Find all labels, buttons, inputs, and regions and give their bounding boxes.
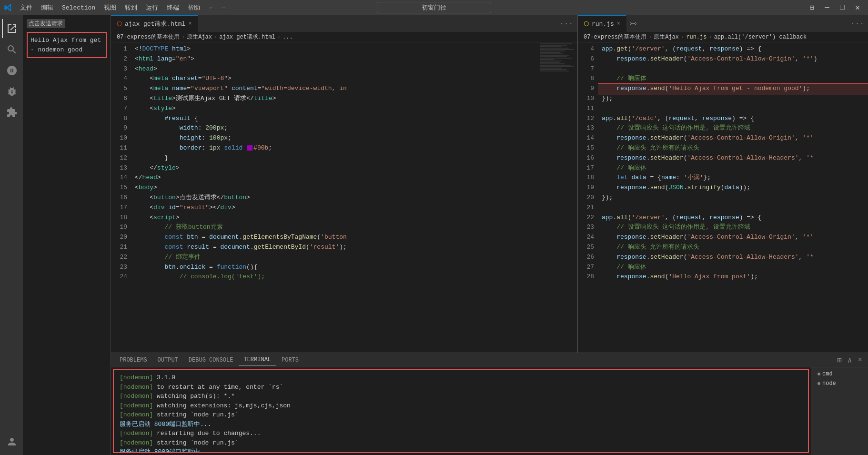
left-tabs: ⬡ ajax get请求.html × ··· xyxy=(111,15,577,32)
code-line: // 获取button元素 xyxy=(131,222,539,233)
panel-split-icon[interactable]: ⊞ xyxy=(835,354,844,366)
close-tab-ajax[interactable]: × xyxy=(188,20,192,27)
close-tab-run[interactable]: × xyxy=(617,20,620,27)
code-line xyxy=(598,203,868,213)
code-line: // 绑定事件 xyxy=(131,253,539,263)
terminal-panel: PROBLEMS OUTPUT DEBUG CONSOLE TERMINAL P… xyxy=(111,353,868,455)
terminal-line: [nodemon] starting `node run.js` xyxy=(120,438,802,448)
menu-help[interactable]: 帮助 xyxy=(184,1,204,14)
activity-explorer-icon[interactable] xyxy=(2,19,21,38)
panel-tab-ports[interactable]: PORTS xyxy=(277,355,303,365)
terminal-item-node[interactable]: node xyxy=(815,379,864,388)
terminal-line: 服务已启动 8000端口监听中... xyxy=(120,447,802,453)
code-line: response.send('Hello Ajax from post'); xyxy=(598,272,868,282)
close-button[interactable]: ✕ xyxy=(851,2,864,13)
tab-run-js[interactable]: ⬡ run.js × xyxy=(578,15,626,32)
terminal-item-cmd[interactable]: cmd xyxy=(815,369,864,379)
vscode-icon xyxy=(4,3,12,12)
terminal-dot-icon xyxy=(818,373,820,375)
menu-terminal[interactable]: 终端 xyxy=(163,1,183,14)
minimize-button[interactable]: — xyxy=(820,2,834,13)
code-line: app.all('/server', (request, response) =… xyxy=(598,213,868,223)
panel-content: [nodemon] 3.1.0 [nodemon] to restart at … xyxy=(111,367,868,455)
code-line: // 设置响应头 这句话的作用是, 设置允许跨域 xyxy=(598,123,868,133)
left-code-content[interactable]: 12345 678910 1112131415 1617181920 21222… xyxy=(111,42,577,353)
menu-edit[interactable]: 编辑 xyxy=(37,1,57,14)
activity-search-icon[interactable] xyxy=(2,40,21,59)
code-line: let data = {name: '小满'}; xyxy=(598,173,868,183)
code-line: <body> xyxy=(131,183,539,193)
terminal-output[interactable]: [nodemon] 3.1.0 [nodemon] to restart at … xyxy=(113,369,809,453)
code-editors: ⬡ ajax get请求.html × ··· 07-express的基本使用 … xyxy=(111,15,868,353)
code-line: border: 1px solid #90b; xyxy=(131,143,539,153)
code-line: // 响应体 xyxy=(598,163,868,173)
search-bar[interactable]: 初窗门径 xyxy=(377,2,491,13)
terminal-line: [nodemon] to restart at any time, enter … xyxy=(120,383,802,392)
code-line: <meta charset="UTF-8"> xyxy=(131,74,539,84)
terminal-line: [nodemon] starting `node run.js` xyxy=(120,410,802,420)
menu-file[interactable]: 文件 xyxy=(16,1,36,14)
code-line: app.all('/calc', (request, response) => … xyxy=(598,114,868,124)
code-line: <head> xyxy=(131,64,539,74)
tab-icon-js: ⬡ xyxy=(584,20,589,28)
code-line: } xyxy=(131,153,539,163)
preview-panel: 点击发送请求 Hello Ajax from get - nodemon goo… xyxy=(23,15,111,455)
code-line: width: 200px; xyxy=(131,123,539,133)
nav-back-button[interactable]: ← xyxy=(208,4,215,11)
menu-view[interactable]: 视图 xyxy=(100,1,120,14)
code-line: response.setHeader('Access-Control-Allow… xyxy=(598,133,868,143)
panel-tab-problems[interactable]: PROBLEMS xyxy=(115,355,152,365)
main-layout: 点击发送请求 Hello Ajax from get - nodemon goo… xyxy=(0,15,868,455)
layout-button[interactable]: ⊞ xyxy=(805,2,818,13)
terminal-sidebar: cmd node xyxy=(811,367,868,455)
code-line: // 响应头 允许所有的请求头 xyxy=(598,143,868,153)
terminal-dot-icon xyxy=(818,382,820,385)
code-line: <div id="result"></div> xyxy=(131,203,539,213)
panel-tab-debug[interactable]: DEBUG CONSOLE xyxy=(184,355,238,365)
maximize-button[interactable]: □ xyxy=(836,2,849,13)
left-minimap xyxy=(539,42,577,353)
activity-extensions-icon[interactable] xyxy=(2,103,21,122)
collapse-right-panel[interactable]: ⧟ xyxy=(626,15,640,32)
code-line: response.setHeader('Access-Control-Allow… xyxy=(598,54,868,64)
panel-tab-output[interactable]: OUTPUT xyxy=(153,355,183,365)
code-line: const btn = document.getElementsByTagNam… xyxy=(131,233,539,243)
tab-ajax-html[interactable]: ⬡ ajax get请求.html × xyxy=(111,15,198,32)
code-line: }); xyxy=(598,193,868,203)
terminal-line: 服务已启动 8000端口监听中... xyxy=(120,420,802,429)
code-line: <html lang="en"> xyxy=(131,54,539,64)
menu-goto[interactable]: 转到 xyxy=(121,1,141,14)
panel-tab-terminal[interactable]: TERMINAL xyxy=(239,354,276,365)
tab-menu-btn-left[interactable]: ··· xyxy=(555,15,577,32)
code-line: }); xyxy=(598,94,868,104)
activity-account-icon[interactable] xyxy=(2,432,21,451)
code-line: response.setHeader('Access-Control-Allow… xyxy=(598,233,868,243)
panel-controls: ⊞ ∧ × xyxy=(835,354,864,366)
nav-forward-button[interactable]: → xyxy=(219,4,227,11)
code-line: </head> xyxy=(131,173,539,183)
code-line: </style> xyxy=(131,163,539,173)
code-line: // 响应头 允许所有的请求头 xyxy=(598,243,868,253)
code-line: response.setHeader('Access-Control-Allow… xyxy=(598,153,868,163)
menu-run[interactable]: 运行 xyxy=(142,1,162,14)
code-line xyxy=(598,104,868,114)
code-line: const result = document.getElementById('… xyxy=(131,243,539,253)
panel-maximize-icon[interactable]: ∧ xyxy=(846,354,854,366)
terminal-item-label: node xyxy=(822,380,836,387)
menu-selection[interactable]: Selection xyxy=(58,2,99,13)
code-line: <meta name="viewport" content="width=dev… xyxy=(131,84,539,94)
menu-bar: 文件 编辑 Selection 视图 转到 运行 终端 帮助 xyxy=(16,1,204,14)
activity-debug-icon[interactable] xyxy=(2,82,21,101)
title-bar: 文件 编辑 Selection 视图 转到 运行 终端 帮助 ← → 初窗门径 … xyxy=(0,0,868,15)
terminal-line: [nodemon] 3.1.0 xyxy=(120,373,802,383)
terminal-item-label: cmd xyxy=(822,371,833,377)
preview-label[interactable]: 点击发送请求 xyxy=(27,19,65,28)
preview-box: Hello Ajax from get - nodemon good xyxy=(27,32,107,58)
editor-panel-wrapper: ⬡ ajax get请求.html × ··· 07-express的基本使用 … xyxy=(111,15,868,455)
activity-git-icon[interactable] xyxy=(2,61,21,80)
code-line: height: 100px; xyxy=(131,133,539,143)
code-line: #result { xyxy=(131,114,539,124)
panel-close-icon[interactable]: × xyxy=(856,355,864,365)
right-breadcrumb: 07-express的基本使用 › 原生Ajax › run.js › app.… xyxy=(578,32,868,42)
tab-menu-btn-right[interactable]: ··· xyxy=(847,15,868,32)
